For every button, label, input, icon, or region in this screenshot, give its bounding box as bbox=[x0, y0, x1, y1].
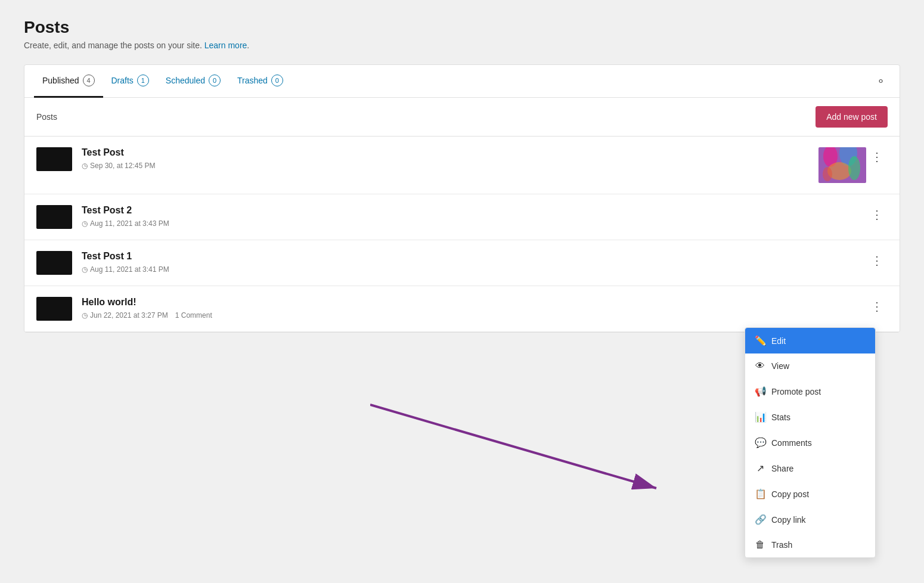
context-menu-share-label: Share bbox=[771, 464, 793, 473]
search-button[interactable]: ⚬ bbox=[872, 70, 890, 92]
post-thumbnail bbox=[36, 297, 72, 321]
page-title: Posts bbox=[24, 18, 900, 37]
post-more-button[interactable]: ⋮ bbox=[866, 205, 888, 224]
post-date: Jun 22, 2021 at 3:27 PM bbox=[82, 311, 168, 320]
post-thumbnail bbox=[36, 251, 72, 275]
post-title: Hello world! bbox=[82, 297, 866, 308]
share-icon: ↗ bbox=[755, 463, 765, 474]
post-info: Test Post 2 Aug 11, 2021 at 3:43 PM bbox=[82, 205, 866, 228]
post-comments: 1 Comment bbox=[175, 311, 212, 320]
posts-header-label: Posts bbox=[36, 112, 57, 122]
post-info: Hello world! Jun 22, 2021 at 3:27 PM 1 C… bbox=[82, 297, 866, 320]
table-row: Test Post 1 Aug 11, 2021 at 3:41 PM ⋮ bbox=[24, 240, 900, 286]
post-date: Aug 11, 2021 at 3:43 PM bbox=[82, 219, 169, 228]
arrow-annotation bbox=[370, 393, 668, 512]
tab-scheduled-label: Scheduled bbox=[166, 76, 205, 85]
post-more-button[interactable]: ⋮ bbox=[866, 147, 888, 166]
context-menu-item-share[interactable]: ↗ Share bbox=[745, 455, 875, 481]
context-menu-copy-link-label: Copy link bbox=[771, 515, 806, 525]
post-meta: Jun 22, 2021 at 3:27 PM 1 Comment bbox=[82, 311, 866, 320]
post-meta: Aug 11, 2021 at 3:43 PM bbox=[82, 219, 866, 228]
context-menu-stats-label: Stats bbox=[771, 413, 790, 422]
context-menu-view-label: View bbox=[771, 361, 789, 371]
tab-trashed-badge: 0 bbox=[271, 75, 283, 86]
learn-more-link[interactable]: Learn more bbox=[204, 41, 247, 50]
post-date: Sep 30, at 12:45 PM bbox=[82, 162, 155, 170]
post-title: Test Post 1 bbox=[82, 251, 866, 262]
tab-scheduled-badge: 0 bbox=[209, 75, 221, 86]
post-title: Test Post 2 bbox=[82, 205, 866, 216]
post-meta: Aug 11, 2021 at 3:41 PM bbox=[82, 265, 866, 274]
context-menu-item-comments[interactable]: 💬 Comments bbox=[745, 430, 875, 455]
tab-scheduled[interactable]: Scheduled 0 bbox=[157, 65, 229, 98]
tab-published-badge: 4 bbox=[83, 75, 95, 86]
context-menu-item-stats[interactable]: 📊 Stats bbox=[745, 404, 875, 430]
post-featured-image bbox=[818, 147, 866, 183]
context-menu-item-promote[interactable]: 📢 Promote post bbox=[745, 379, 875, 404]
page-subtitle: Create, edit, and manage the posts on yo… bbox=[24, 41, 900, 50]
svg-point-4 bbox=[848, 156, 860, 180]
subtitle-suffix: . bbox=[247, 41, 249, 50]
post-thumbnail bbox=[36, 205, 72, 229]
context-menu-edit-label: Edit bbox=[771, 336, 786, 346]
svg-line-8 bbox=[370, 405, 656, 488]
context-menu-item-view[interactable]: 👁 View bbox=[745, 353, 875, 379]
trash-icon: 🗑 bbox=[755, 539, 765, 550]
post-more-button[interactable]: ⋮ bbox=[866, 297, 888, 316]
tabs-bar: Published 4 Drafts 1 Scheduled 0 Trashed… bbox=[24, 65, 900, 98]
promote-icon: 📢 bbox=[755, 386, 765, 397]
context-menu-comments-label: Comments bbox=[771, 438, 812, 448]
post-title: Test Post bbox=[82, 147, 813, 158]
context-menu-item-copy-post[interactable]: 📋 Copy post bbox=[745, 481, 875, 507]
subtitle-text: Create, edit, and manage the posts on yo… bbox=[24, 41, 202, 50]
context-menu: ✏️ Edit 👁 View 📢 Promote post 📊 Stats 💬 … bbox=[745, 327, 876, 558]
view-icon: 👁 bbox=[755, 361, 765, 371]
edit-icon: ✏️ bbox=[755, 335, 765, 346]
post-thumbnail bbox=[36, 147, 72, 171]
context-menu-item-edit[interactable]: ✏️ Edit bbox=[745, 328, 875, 353]
tab-drafts-label: Drafts bbox=[111, 76, 134, 85]
table-row: Hello world! Jun 22, 2021 at 3:27 PM 1 C… bbox=[24, 286, 900, 332]
post-more-button[interactable]: ⋮ bbox=[866, 251, 888, 270]
comments-icon: 💬 bbox=[755, 437, 765, 448]
table-row: Test Post 2 Aug 11, 2021 at 3:43 PM ⋮ bbox=[24, 194, 900, 240]
search-icon: ⚬ bbox=[876, 75, 885, 87]
context-menu-item-trash[interactable]: 🗑 Trash bbox=[745, 532, 875, 557]
post-info: Test Post 1 Aug 11, 2021 at 3:41 PM bbox=[82, 251, 866, 274]
tab-trashed[interactable]: Trashed 0 bbox=[229, 65, 292, 98]
copy-post-icon: 📋 bbox=[755, 488, 765, 500]
tab-trashed-label: Trashed bbox=[237, 76, 268, 85]
posts-header: Posts Add new post bbox=[24, 98, 900, 137]
tab-published[interactable]: Published 4 bbox=[34, 65, 103, 98]
main-card: Published 4 Drafts 1 Scheduled 0 Trashed… bbox=[24, 64, 900, 333]
post-info: Test Post Sep 30, at 12:45 PM bbox=[82, 147, 813, 170]
copy-link-icon: 🔗 bbox=[755, 514, 765, 525]
svg-point-5 bbox=[823, 167, 832, 181]
context-menu-copy-post-label: Copy post bbox=[771, 489, 809, 499]
post-meta: Sep 30, at 12:45 PM bbox=[82, 162, 813, 170]
tab-drafts-badge: 1 bbox=[137, 75, 149, 86]
context-menu-promote-label: Promote post bbox=[771, 387, 821, 396]
context-menu-trash-label: Trash bbox=[771, 540, 792, 550]
add-new-post-button[interactable]: Add new post bbox=[816, 106, 888, 128]
tab-drafts[interactable]: Drafts 1 bbox=[103, 65, 157, 98]
context-menu-item-copy-link[interactable]: 🔗 Copy link bbox=[745, 507, 875, 532]
post-list: Test Post Sep 30, at 12:45 PM ⋮ bbox=[24, 137, 900, 332]
post-date: Aug 11, 2021 at 3:41 PM bbox=[82, 265, 169, 274]
tab-published-label: Published bbox=[42, 76, 79, 85]
table-row: Test Post Sep 30, at 12:45 PM ⋮ bbox=[24, 137, 900, 194]
stats-icon: 📊 bbox=[755, 411, 765, 423]
